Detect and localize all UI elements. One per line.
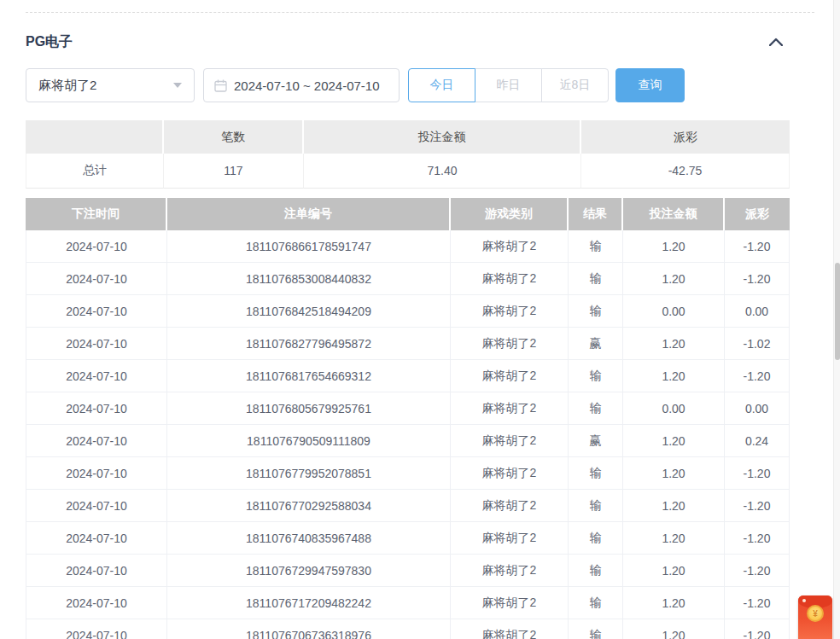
table-row: 2024-07-101811076842518494209麻将胡了2输0.000… [26,295,790,328]
column-header: 派彩 [581,120,790,154]
table-cell: -1.20 [725,587,790,619]
table-cell: 1811076817654669312 [167,360,451,392]
column-header: 结果 [569,198,623,230]
table-cell: 71.40 [304,154,581,189]
table-cell: 2024-07-10 [26,295,167,328]
table-cell: -1.20 [725,360,790,392]
table-cell: 麻将胡了2 [451,360,569,392]
table-cell: 1811076770292588034 [167,490,451,522]
table-cell: 0.00 [725,295,790,328]
table-cell: -1.02 [725,328,790,360]
table-cell: 2024-07-10 [26,392,167,425]
table-cell: 1.20 [623,425,725,457]
column-header: 游戏类别 [451,198,569,230]
table-cell: 赢 [569,425,623,457]
column-header: 笔数 [164,120,304,154]
table-cell: 1811076779952078851 [167,457,451,490]
table-cell: 2024-07-10 [26,490,167,522]
table-cell: 输 [569,522,623,555]
scrollbar-thumb[interactable] [835,263,840,360]
table-row: 2024-07-101811076866178591747麻将胡了2输1.20-… [26,230,790,263]
table-row: 2024-07-101811076740835967488麻将胡了2输1.20-… [26,522,790,555]
table-cell: 2024-07-10 [26,425,167,457]
table-cell: 输 [569,457,623,490]
table-cell: 麻将胡了2 [451,587,569,619]
table-cell: 1.20 [623,263,725,295]
records-header-row: 下注时间注单编号游戏类别结果投注金额派彩 [26,198,790,230]
panel-title: PG电子 [26,33,73,51]
table-cell: 2024-07-10 [26,230,167,263]
table-cell: 1.20 [623,457,725,490]
yesterday-button[interactable]: 昨日 [475,68,542,102]
collapse-button[interactable] [766,32,786,52]
red-envelope-icon[interactable]: ¥ [798,595,832,639]
column-header [26,120,164,154]
search-button[interactable]: 查询 [615,68,685,102]
records-table: 下注时间注单编号游戏类别结果投注金额派彩 2024-07-10181107686… [26,198,790,639]
table-cell: 0.00 [623,392,725,425]
table-cell: 2024-07-10 [26,522,167,555]
table-row: 2024-07-101811076790509111809麻将胡了2赢1.200… [26,425,790,457]
table-cell: 麻将胡了2 [451,457,569,490]
table-cell: 麻将胡了2 [451,230,569,263]
table-cell: 麻将胡了2 [451,295,569,328]
table-cell: 输 [569,230,623,263]
table-cell: 2024-07-10 [26,555,167,587]
table-cell: 1811076729947597830 [167,555,451,587]
column-header: 派彩 [725,198,790,230]
table-cell: 2024-07-10 [26,619,167,639]
panel-header: PG电子 [26,31,790,53]
chevron-up-icon [769,38,783,46]
table-cell: 1.20 [623,360,725,392]
table-cell: 输 [569,587,623,619]
table-row: 2024-07-101811076717209482242麻将胡了2输1.20-… [26,587,790,619]
table-row: 2024-07-101811076770292588034麻将胡了2输1.20-… [26,490,790,522]
table-cell: -1.20 [725,490,790,522]
column-header: 下注时间 [26,198,167,230]
scrollbar[interactable] [833,0,840,639]
table-row: 2024-07-101811076805679925761麻将胡了2输0.000… [26,392,790,425]
pg-panel: PG电子 麻将胡了2 2024-07-10 ~ 2024-07-10 [26,12,790,639]
table-row: 2024-07-101811076779952078851麻将胡了2输1.20-… [26,457,790,490]
table-cell: 2024-07-10 [26,263,167,295]
table-cell: 输 [569,392,623,425]
column-header: 注单编号 [167,198,451,230]
table-cell: 输 [569,295,623,328]
summary-header-row: 笔数投注金额派彩 [26,120,790,154]
table-cell: 0.00 [623,295,725,328]
table-cell: -1.20 [725,457,790,490]
chevron-down-icon [173,83,182,88]
table-cell: 赢 [569,328,623,360]
gold-coin-icon: ¥ [807,605,824,622]
table-cell: 1811076866178591747 [167,230,451,263]
red-envelope-clasp [802,599,806,602]
last-8-days-button[interactable]: 近8日 [541,68,609,102]
table-cell: 输 [569,490,623,522]
table-cell: 1811076706736318976 [167,619,451,639]
table-cell: 麻将胡了2 [451,425,569,457]
game-select[interactable]: 麻将胡了2 [26,68,195,102]
table-cell: 总计 [26,154,164,189]
table-cell: 1.20 [623,490,725,522]
table-cell: 1.20 [623,587,725,619]
date-range-picker[interactable]: 2024-07-10 ~ 2024-07-10 [203,68,400,102]
today-button[interactable]: 今日 [408,68,475,102]
table-cell: 1.20 [623,555,725,587]
table-cell: -1.20 [725,230,790,263]
summary-table: 笔数投注金额派彩 总计11771.40-42.75 [26,120,790,189]
table-row: 2024-07-101811076853008440832麻将胡了2输1.20-… [26,263,790,295]
table-cell: 输 [569,555,623,587]
table-cell: 1.20 [623,328,725,360]
summary-body: 总计11771.40-42.75 [26,154,790,189]
table-cell: 麻将胡了2 [451,555,569,587]
table-cell: 1811076853008440832 [167,263,451,295]
table-cell: 输 [569,263,623,295]
column-header: 投注金额 [304,120,581,154]
table-cell: 1.20 [623,230,725,263]
table-cell: -1.20 [725,263,790,295]
table-row: 总计11771.40-42.75 [26,154,790,189]
table-cell: 1811076740835967488 [167,522,451,555]
table-cell: 2024-07-10 [26,360,167,392]
filter-toolbar: 麻将胡了2 2024-07-10 ~ 2024-07-10 今日 昨日 近8日 … [26,68,790,102]
table-cell: -1.20 [725,619,790,639]
